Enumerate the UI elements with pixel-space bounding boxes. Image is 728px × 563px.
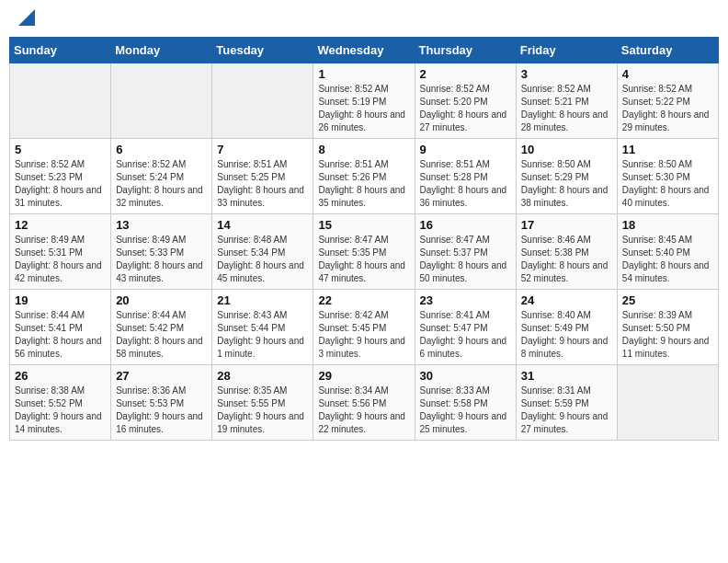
calendar-cell: 30Sunrise: 8:33 AMSunset: 5:58 PMDayligh… [415, 365, 516, 441]
day-info: Sunrise: 8:51 AMSunset: 5:28 PMDaylight:… [420, 158, 511, 210]
day-info: Sunrise: 8:35 AMSunset: 5:55 PMDaylight:… [217, 385, 308, 436]
calendar-cell: 23Sunrise: 8:41 AMSunset: 5:47 PMDayligh… [415, 290, 516, 365]
calendar-cell: 16Sunrise: 8:47 AMSunset: 5:37 PMDayligh… [415, 214, 516, 290]
day-number: 6 [116, 143, 207, 156]
day-info: Sunrise: 8:43 AMSunset: 5:44 PMDaylight:… [217, 309, 308, 361]
day-info: Sunrise: 8:47 AMSunset: 5:35 PMDaylight:… [318, 234, 409, 285]
calendar-cell: 19Sunrise: 8:44 AMSunset: 5:41 PMDayligh… [10, 290, 111, 365]
calendar-header-row: SundayMondayTuesdayWednesdayThursdayFrid… [10, 38, 719, 63]
day-number: 16 [420, 218, 511, 232]
day-info: Sunrise: 8:47 AMSunset: 5:37 PMDaylight:… [420, 234, 511, 285]
day-number: 4 [622, 67, 713, 81]
day-number: 25 [622, 293, 713, 307]
day-number: 20 [116, 293, 207, 307]
day-info: Sunrise: 8:52 AMSunset: 5:19 PMDaylight:… [318, 83, 409, 134]
day-info: Sunrise: 8:49 AMSunset: 5:31 PMDaylight:… [15, 234, 106, 285]
day-info: Sunrise: 8:46 AMSunset: 5:38 PMDaylight:… [521, 234, 612, 285]
day-number: 7 [217, 143, 308, 156]
day-number: 5 [15, 143, 106, 156]
calendar-cell: 26Sunrise: 8:38 AMSunset: 5:52 PMDayligh… [10, 365, 111, 441]
logo [17, 13, 35, 26]
day-number: 18 [622, 218, 713, 232]
logo-triangle-icon [18, 9, 35, 26]
calendar-cell: 20Sunrise: 8:44 AMSunset: 5:42 PMDayligh… [111, 290, 212, 365]
header-tuesday: Tuesday [212, 38, 313, 63]
day-info: Sunrise: 8:52 AMSunset: 5:23 PMDaylight:… [15, 158, 106, 210]
day-number: 26 [15, 369, 106, 383]
day-info: Sunrise: 8:52 AMSunset: 5:24 PMDaylight:… [116, 158, 207, 210]
calendar-cell: 2Sunrise: 8:52 AMSunset: 5:20 PMDaylight… [415, 63, 516, 139]
svg-marker-0 [18, 9, 35, 26]
day-info: Sunrise: 8:49 AMSunset: 5:33 PMDaylight:… [116, 234, 207, 285]
day-number: 12 [15, 218, 106, 232]
day-info: Sunrise: 8:42 AMSunset: 5:45 PMDaylight:… [318, 309, 409, 361]
day-info: Sunrise: 8:33 AMSunset: 5:58 PMDaylight:… [420, 385, 511, 436]
day-info: Sunrise: 8:31 AMSunset: 5:59 PMDaylight:… [521, 385, 612, 436]
calendar-cell: 27Sunrise: 8:36 AMSunset: 5:53 PMDayligh… [111, 365, 212, 441]
calendar-cell: 21Sunrise: 8:43 AMSunset: 5:44 PMDayligh… [212, 290, 313, 365]
calendar-cell [111, 63, 212, 139]
calendar-cell: 3Sunrise: 8:52 AMSunset: 5:21 PMDaylight… [516, 63, 617, 139]
calendar-cell: 13Sunrise: 8:49 AMSunset: 5:33 PMDayligh… [111, 214, 212, 290]
header-thursday: Thursday [415, 38, 516, 63]
calendar-cell: 5Sunrise: 8:52 AMSunset: 5:23 PMDaylight… [10, 139, 111, 214]
day-info: Sunrise: 8:41 AMSunset: 5:47 PMDaylight:… [420, 309, 511, 361]
calendar-cell: 12Sunrise: 8:49 AMSunset: 5:31 PMDayligh… [10, 214, 111, 290]
day-info: Sunrise: 8:39 AMSunset: 5:50 PMDaylight:… [622, 309, 713, 361]
day-info: Sunrise: 8:44 AMSunset: 5:41 PMDaylight:… [15, 309, 106, 361]
day-number: 27 [116, 369, 207, 383]
calendar-cell [212, 63, 313, 139]
calendar-cell: 14Sunrise: 8:48 AMSunset: 5:34 PMDayligh… [212, 214, 313, 290]
day-info: Sunrise: 8:52 AMSunset: 5:22 PMDaylight:… [622, 83, 713, 134]
day-info: Sunrise: 8:44 AMSunset: 5:42 PMDaylight:… [116, 309, 207, 361]
day-info: Sunrise: 8:48 AMSunset: 5:34 PMDaylight:… [217, 234, 308, 285]
day-number: 17 [521, 218, 612, 232]
day-number: 31 [521, 369, 612, 383]
calendar-cell: 31Sunrise: 8:31 AMSunset: 5:59 PMDayligh… [516, 365, 617, 441]
day-info: Sunrise: 8:52 AMSunset: 5:20 PMDaylight:… [420, 83, 511, 134]
day-info: Sunrise: 8:50 AMSunset: 5:29 PMDaylight:… [521, 158, 612, 210]
day-number: 3 [521, 67, 612, 81]
calendar-cell [10, 63, 111, 139]
day-info: Sunrise: 8:36 AMSunset: 5:53 PMDaylight:… [116, 385, 207, 436]
calendar-cell: 6Sunrise: 8:52 AMSunset: 5:24 PMDaylight… [111, 139, 212, 214]
day-number: 28 [217, 369, 308, 383]
header-sunday: Sunday [10, 38, 111, 63]
calendar-cell: 25Sunrise: 8:39 AMSunset: 5:50 PMDayligh… [617, 290, 718, 365]
calendar-cell: 28Sunrise: 8:35 AMSunset: 5:55 PMDayligh… [212, 365, 313, 441]
header-saturday: Saturday [617, 38, 718, 63]
day-info: Sunrise: 8:51 AMSunset: 5:25 PMDaylight:… [217, 158, 308, 210]
day-info: Sunrise: 8:52 AMSunset: 5:21 PMDaylight:… [521, 83, 612, 134]
day-info: Sunrise: 8:45 AMSunset: 5:40 PMDaylight:… [622, 234, 713, 285]
calendar-week-row: 5Sunrise: 8:52 AMSunset: 5:23 PMDaylight… [10, 139, 719, 214]
calendar-week-row: 26Sunrise: 8:38 AMSunset: 5:52 PMDayligh… [10, 365, 719, 441]
day-number: 22 [318, 293, 409, 307]
day-info: Sunrise: 8:51 AMSunset: 5:26 PMDaylight:… [318, 158, 409, 210]
calendar-cell: 10Sunrise: 8:50 AMSunset: 5:29 PMDayligh… [516, 139, 617, 214]
calendar-cell: 1Sunrise: 8:52 AMSunset: 5:19 PMDaylight… [313, 63, 415, 139]
day-number: 9 [420, 143, 511, 156]
day-number: 19 [15, 293, 106, 307]
day-number: 29 [318, 369, 409, 383]
calendar-cell: 11Sunrise: 8:50 AMSunset: 5:30 PMDayligh… [617, 139, 718, 214]
day-number: 13 [116, 218, 207, 232]
calendar-week-row: 19Sunrise: 8:44 AMSunset: 5:41 PMDayligh… [10, 290, 719, 365]
day-number: 11 [622, 143, 713, 156]
calendar-cell: 18Sunrise: 8:45 AMSunset: 5:40 PMDayligh… [617, 214, 718, 290]
calendar-cell: 9Sunrise: 8:51 AMSunset: 5:28 PMDaylight… [415, 139, 516, 214]
calendar-week-row: 12Sunrise: 8:49 AMSunset: 5:31 PMDayligh… [10, 214, 719, 290]
day-info: Sunrise: 8:38 AMSunset: 5:52 PMDaylight:… [15, 385, 106, 436]
day-number: 8 [318, 143, 409, 156]
day-number: 23 [420, 293, 511, 307]
header-friday: Friday [516, 38, 617, 63]
calendar-cell: 15Sunrise: 8:47 AMSunset: 5:35 PMDayligh… [313, 214, 415, 290]
day-number: 21 [217, 293, 308, 307]
day-info: Sunrise: 8:50 AMSunset: 5:30 PMDaylight:… [622, 158, 713, 210]
calendar-cell: 24Sunrise: 8:40 AMSunset: 5:49 PMDayligh… [516, 290, 617, 365]
calendar-cell: 29Sunrise: 8:34 AMSunset: 5:56 PMDayligh… [313, 365, 415, 441]
page-header [9, 9, 719, 29]
day-info: Sunrise: 8:34 AMSunset: 5:56 PMDaylight:… [318, 385, 409, 436]
day-number: 15 [318, 218, 409, 232]
calendar-cell [617, 365, 718, 441]
header-wednesday: Wednesday [313, 38, 415, 63]
